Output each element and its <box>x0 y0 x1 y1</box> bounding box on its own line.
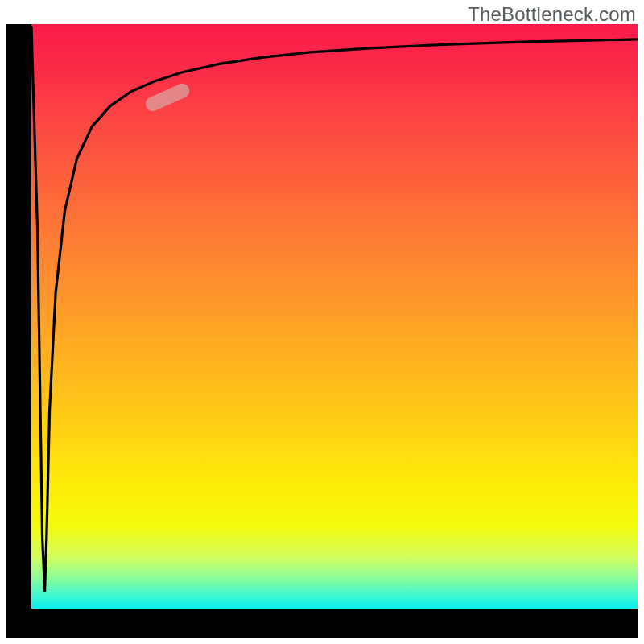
plot-frame <box>6 24 638 638</box>
watermark-text: TheBottleneck.com <box>468 3 636 26</box>
plot-area <box>31 24 638 609</box>
curve-line <box>31 27 638 592</box>
chart-container: TheBottleneck.com <box>0 0 644 644</box>
curve-svg <box>31 24 638 609</box>
